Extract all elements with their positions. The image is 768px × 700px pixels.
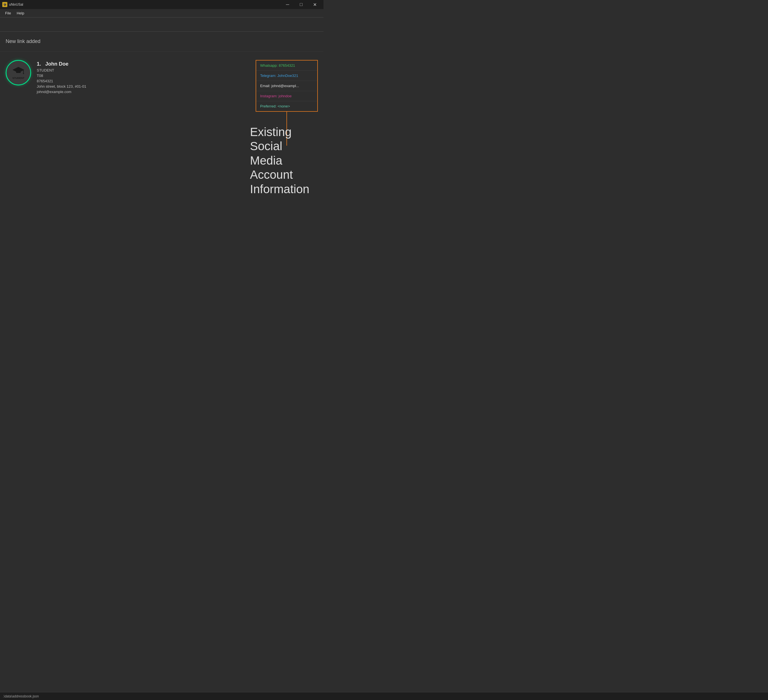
person-role: STUDENT	[37, 68, 86, 72]
title-bar: 🎓 uNivUSal ─ □ ✕	[0, 0, 323, 9]
minimize-button[interactable]: ─	[281, 0, 294, 9]
notification-bar: New link added	[0, 32, 323, 51]
person-info: 1. John Doe STUDENT T08 87654321 John st…	[37, 60, 86, 94]
telegram-item[interactable]: Telegram: JohnDoe321	[256, 71, 317, 81]
person-name-index: 1. John Doe	[37, 61, 86, 67]
email-item[interactable]: Email: johnd@exampl...	[256, 81, 317, 91]
person-email: johnd@example.com	[37, 90, 86, 94]
app-title: uNivUSal	[9, 3, 23, 6]
app-icon: 🎓	[2, 2, 7, 7]
svg-point-3	[23, 73, 24, 74]
preferred-item[interactable]: Preferred: <none>	[256, 101, 317, 111]
person-tutor: T08	[37, 74, 86, 78]
notification-text: New link added	[6, 38, 40, 45]
existing-social-label: Existing Social Media Account Informatio…	[250, 125, 318, 196]
person-phone: 87654321	[37, 79, 86, 83]
instagram-item[interactable]: Instagram: johndoe	[256, 91, 317, 101]
main-content: STUDENT 1. John Doe STUDENT T08 87654321…	[0, 51, 323, 154]
avatar: STUDENT	[6, 60, 31, 85]
avatar-label: STUDENT	[13, 77, 25, 80]
social-panel: Whatsapp: 87654321 Telegram: JohnDoe321 …	[256, 60, 318, 112]
person-left: STUDENT 1. John Doe STUDENT T08 87654321…	[6, 60, 86, 94]
close-button[interactable]: ✕	[308, 0, 321, 9]
menu-bar: File Help	[0, 9, 323, 18]
whatsapp-item[interactable]: Whatsapp: 87654321	[256, 61, 317, 71]
title-bar-controls: ─ □ ✕	[281, 0, 321, 9]
graduation-cap-icon	[13, 66, 24, 76]
person-address: John street, block 123, #01-01	[37, 84, 86, 88]
menu-help[interactable]: Help	[14, 10, 27, 16]
maximize-button[interactable]: □	[294, 0, 308, 9]
toolbar-area	[0, 18, 323, 32]
svg-rect-1	[16, 70, 21, 73]
title-bar-left: 🎓 uNivUSal	[2, 2, 23, 7]
menu-file[interactable]: File	[2, 10, 14, 16]
